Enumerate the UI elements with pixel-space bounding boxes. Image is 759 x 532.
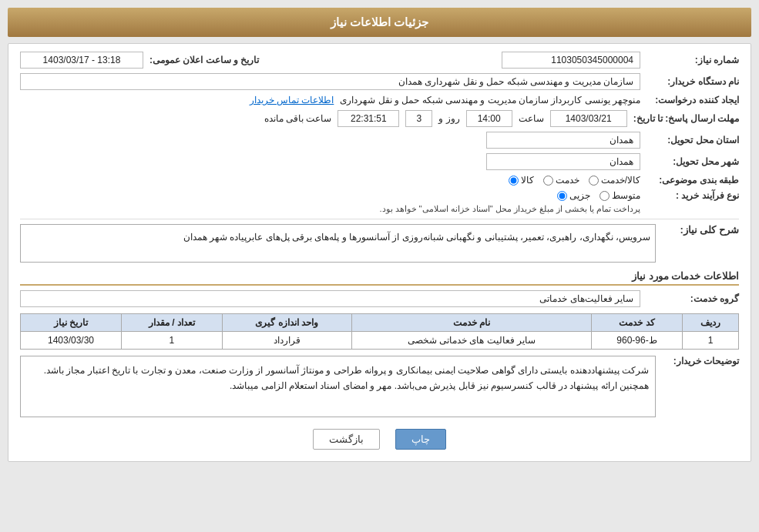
tabaqebandi-radio-group: کالا/خدمت خدمت کالا xyxy=(509,175,640,186)
shahrTahvil-label: شهر محل تحویل: xyxy=(646,156,739,167)
ijadKonande-label: ایجاد کننده درخواست: xyxy=(646,95,739,105)
page-title: جزئیات اطلاعات نیاز xyxy=(331,15,428,28)
col-nam-khadamat: نام خدمت xyxy=(351,314,592,332)
table-row: 1ط-96-960سایر فعالیت های خدماتی شخصیقرار… xyxy=(21,332,739,350)
tabaqebandi-label: طبقه بندی موضوعی: xyxy=(646,175,739,186)
rooz-value: 3 xyxy=(405,110,432,127)
radio-jozi-label: جزیی xyxy=(569,190,590,201)
main-card: شماره نیاز: 1103050345000004 تاریخ و ساع… xyxy=(8,43,751,462)
col-radif: ردیف xyxy=(682,314,738,332)
shomareNiaz-row: شماره نیاز: 1103050345000004 تاریخ و ساع… xyxy=(20,52,739,69)
radio-khadamat: خدمت xyxy=(543,175,579,186)
tavazihat-label: توضیحات خریدار: xyxy=(662,356,739,366)
date-value: 1403/03/21 xyxy=(550,110,627,127)
sharh-label: شرح کلی نیاز: xyxy=(662,224,739,238)
shomareNiaz-value: 1103050345000004 xyxy=(502,52,640,69)
col-tarikh: تاریخ نیاز xyxy=(21,314,122,332)
mohlatErsalPasokh-row: مهلت ارسال پاسخ: تا تاریخ: 1403/03/21 سا… xyxy=(20,110,739,127)
namDastgah-label: نام دستگاه خریدار: xyxy=(646,76,739,87)
rooz-label: روز و xyxy=(438,113,459,124)
radio-khadamat-label: خدمت xyxy=(556,175,579,186)
tavazihat-row: توضیحات خریدار: شرکت پیشنهاددهنده بایستی… xyxy=(20,356,739,417)
sharh-row: شرح کلی نیاز: سرویس، نگهداری، راهبری، تع… xyxy=(20,224,739,263)
tarikhSaatElaan-value: 1403/03/17 - 13:18 xyxy=(20,52,143,69)
saat-value: 14:00 xyxy=(466,110,512,127)
noveFarayand-row: نوع فرآیند خرید : متوسط جزیی پرداخت تمام… xyxy=(20,190,739,214)
radio-motavaset-label: متوسط xyxy=(612,190,640,201)
services-table: ردیف کد خدمت نام خدمت واحد اندازه گیری ت… xyxy=(20,313,739,350)
radio-jozi-input[interactable] xyxy=(557,191,567,201)
shomareNiaz-label: شماره نیاز: xyxy=(646,55,739,65)
tavazihat-value: شرکت پیشنهاددهنده بایستی دارای گواهی صلا… xyxy=(20,356,656,417)
ijadKonande-value: منوچهر یونسی کاربرداز سازمان مدیریت و مه… xyxy=(340,95,640,105)
button-row: چاپ بازگشت xyxy=(20,429,739,450)
col-kod-khadamat: کد خدمت xyxy=(592,314,683,332)
print-button[interactable]: چاپ xyxy=(395,429,446,450)
shahrTahvil-value: همدان xyxy=(486,153,640,170)
noveFarayand-radio-group: متوسط جزیی xyxy=(20,190,640,201)
noveFarayand-content: متوسط جزیی پرداخت تمام یا بخشی از مبلغ خ… xyxy=(20,190,640,214)
page-header: جزئیات اطلاعات نیاز xyxy=(8,8,751,37)
ostanTahvil-value: همدان xyxy=(486,132,640,149)
col-vahed: واحد اندازه گیری xyxy=(222,314,351,332)
namDastgah-row: نام دستگاه خریدار: سازمان مدیریت و مهندس… xyxy=(20,73,739,90)
radio-kalaKhadamat-input[interactable] xyxy=(589,176,599,186)
ostanTahvil-row: استان محل تحویل: همدان xyxy=(20,132,739,149)
goroheKhadamat-row: گروه خدمت: سایر فعالیت‌های خدماتی xyxy=(20,290,739,307)
col-tedad: تعداد / مقدار xyxy=(121,314,222,332)
noveFarayand-label: نوع فرآیند خرید : xyxy=(646,190,739,201)
ijadKonande-link[interactable]: اطلاعات تماس خریدار xyxy=(250,95,334,105)
radio-khadamat-input[interactable] xyxy=(543,176,553,186)
noveFarayand-description: پرداخت تمام یا بخشی از مبلغ خریداز محل "… xyxy=(20,204,640,214)
saat-label: ساعت xyxy=(519,113,544,124)
sharh-value: سرویس، نگهداری، راهبری، تعمیر، پشتیبانی … xyxy=(20,224,656,263)
radio-kala-input[interactable] xyxy=(509,176,519,186)
baghimande-value: 22:31:51 xyxy=(338,110,399,127)
radio-kala: کالا xyxy=(509,175,534,186)
info-khadamat-title: اطلاعات خدمات مورد نیاز xyxy=(20,270,739,286)
tarikhSaatElaan-label: تاریخ و ساعت اعلان عمومی: xyxy=(149,55,259,65)
ijadKonande-row: ایجاد کننده درخواست: منوچهر یونسی کاربرد… xyxy=(20,95,739,105)
shahrTahvil-row: شهر محل تحویل: همدان xyxy=(20,153,739,170)
mohlatErsalPasokh-label: مهلت ارسال پاسخ: تا تاریخ: xyxy=(633,113,739,124)
radio-kala-label: کالا xyxy=(521,175,534,186)
goroheKhadamat-label: گروه خدمت: xyxy=(646,293,739,304)
radio-motavaset-input[interactable] xyxy=(599,191,610,201)
baghimande-label: ساعت باقی مانده xyxy=(264,113,332,124)
back-button[interactable]: بازگشت xyxy=(313,429,380,450)
ostanTahvil-label: استان محل تحویل: xyxy=(646,135,739,146)
table-header-row: ردیف کد خدمت نام خدمت واحد اندازه گیری ت… xyxy=(21,314,739,332)
radio-kalaKhadamat: کالا/خدمت xyxy=(589,175,640,186)
namDastgah-value: سازمان مدیریت و مهندسی شبکه حمل و نقل شه… xyxy=(20,73,640,90)
tabaqebandi-row: طبقه بندی موضوعی: کالا/خدمت خدمت کالا xyxy=(20,175,739,186)
radio-motavaset: متوسط xyxy=(599,190,640,201)
page-wrapper: جزئیات اطلاعات نیاز شماره نیاز: 11030503… xyxy=(0,0,759,532)
radio-jozi: جزیی xyxy=(557,190,590,201)
radio-kalaKhadamat-label: کالا/خدمت xyxy=(601,175,640,186)
goroheKhadamat-value: سایر فعالیت‌های خدماتی xyxy=(20,290,640,307)
